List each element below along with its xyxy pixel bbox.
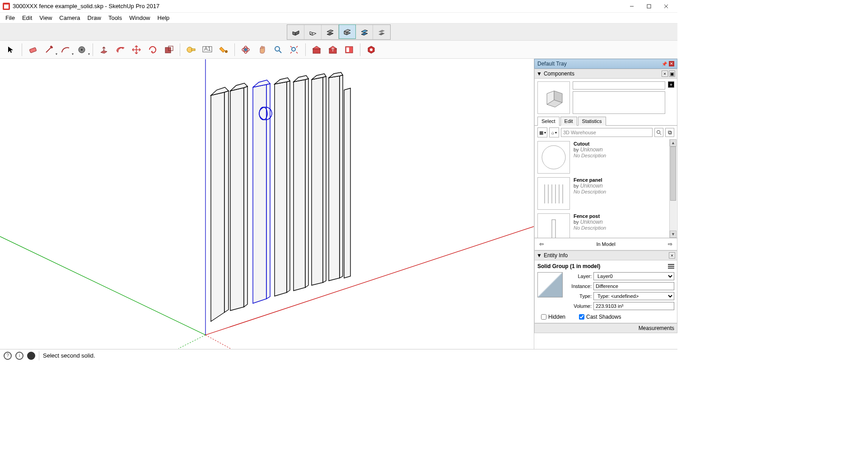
list-item[interactable]: Fence panel by Unknown No Description [535,175,677,212]
style-xray-button[interactable] [373,25,390,39]
warehouse-share-button[interactable] [326,42,340,57]
info-icon[interactable]: i [15,352,23,360]
svg-rect-43 [346,47,349,52]
panel-undock-button[interactable]: ▣ [669,71,675,77]
arc-tool-button[interactable] [58,42,73,57]
offset-tool-button[interactable] [113,42,127,57]
search-input[interactable] [561,128,653,137]
entity-info-header[interactable]: ▼ Entity Info × [534,250,677,260]
item-desc: No Description [574,153,674,158]
instance-input[interactable] [593,282,674,290]
separator [180,43,180,56]
menu-view[interactable]: View [36,14,56,22]
tab-statistics[interactable]: Statistics [578,117,606,126]
pin-icon[interactable]: 📌 [662,61,667,66]
svg-point-22 [81,49,83,51]
rotate-tool-button[interactable] [145,42,160,57]
close-button[interactable] [658,0,675,13]
separator [39,351,39,360]
scroll-up-icon[interactable]: ▲ [670,139,677,146]
hidden-checkbox[interactable]: Hidden [541,314,565,320]
pushpull-tool-button[interactable] [97,42,111,57]
maximize-button[interactable] [640,0,658,13]
move-tool-button[interactable] [129,42,144,57]
separator [93,43,93,56]
entity-title: Solid Group (1 in model) [537,263,668,269]
panel-close-button[interactable]: × [662,71,668,77]
item-desc: No Description [574,189,674,194]
item-title: Fence post [574,213,674,219]
nav-home-button[interactable]: ⌂ [549,127,559,137]
svg-marker-51 [211,92,224,321]
status-bar: ? i Select second solid. [0,349,677,362]
layer-select[interactable]: Layer0 [593,272,674,280]
style-shaded-button[interactable] [322,25,339,39]
style-monochrome-button[interactable] [356,25,373,39]
layer-label: Layer: [566,273,592,279]
eraser-tool-button[interactable] [26,42,40,57]
nav-next-button[interactable]: ⇨ [666,240,674,248]
menu-tools[interactable]: Tools [105,14,126,22]
view-mode-button[interactable]: ▦ [537,127,547,137]
component-desc-input[interactable] [573,91,665,114]
svg-marker-13 [344,31,347,35]
menu-help[interactable]: Help [154,14,173,22]
scroll-down-icon[interactable]: ▼ [670,231,677,238]
entity-menu-button[interactable] [668,263,674,269]
scene-canvas[interactable] [0,59,534,349]
add-component-button[interactable]: + [668,81,674,88]
tray-header[interactable]: Default Tray 📌 ✕ [534,59,677,69]
help-icon[interactable]: ? [4,352,12,360]
measurements-header[interactable]: Measurements [534,323,677,333]
type-select[interactable]: Type: <undefined> [593,292,674,300]
minimize-button[interactable] [623,0,640,13]
list-scrollbar[interactable]: ▲ ▼ [669,139,677,238]
tape-measure-button[interactable] [184,42,198,57]
person-icon[interactable] [27,352,35,360]
svg-marker-72 [340,75,343,278]
pan-tool-button[interactable] [255,42,269,57]
text-tool-button[interactable]: A1 [200,42,215,57]
list-item[interactable]: Cutout by Unknown No Description [535,139,677,175]
menu-camera[interactable]: Camera [56,14,84,22]
nav-prev-button[interactable]: ⇦ [537,240,546,248]
components-tabs: Select Edit Statistics [534,116,677,126]
svg-marker-62 [275,82,287,296]
tab-select[interactable]: Select [537,117,560,126]
components-panel-header[interactable]: ▼ Components × ▣ [534,69,677,79]
style-shaded-textures-button[interactable] [339,24,356,39]
expand-button[interactable]: ⧉ [665,128,674,137]
scale-tool-button[interactable] [162,42,176,57]
svg-marker-69 [323,76,326,283]
cast-shadows-checkbox[interactable]: Cast Shadows [579,314,621,320]
close-icon[interactable]: ✕ [669,61,674,66]
paint-bucket-button[interactable] [216,42,231,57]
tab-edit[interactable]: Edit [560,117,577,126]
viewport[interactable] [0,59,534,349]
menu-window[interactable]: Window [126,14,154,22]
zoom-tool-button[interactable] [271,42,285,57]
zoom-extents-button[interactable] [287,42,302,57]
menu-draw[interactable]: Draw [84,14,105,22]
line-tool-button[interactable] [42,42,56,57]
material-swatch[interactable] [537,272,563,297]
style-wireframe-button[interactable] [287,25,304,39]
select-tool-button[interactable] [4,42,18,57]
extension-button[interactable] [364,42,378,57]
layout-button[interactable] [342,42,356,57]
menu-edit[interactable]: Edit [19,14,36,22]
search-button[interactable] [654,128,663,137]
panel-close-button[interactable]: × [669,252,675,259]
warehouse-button[interactable] [309,42,324,57]
style-hidden-button[interactable] [304,25,322,39]
menu-bar: File Edit View Camera Draw Tools Window … [0,13,677,24]
orbit-tool-button[interactable] [238,42,253,57]
svg-point-35 [275,47,280,51]
shape-tool-button[interactable] [75,42,89,57]
svg-marker-15 [361,30,368,33]
list-item[interactable]: Fence post by Unknown No Description [535,212,677,238]
menu-file[interactable]: File [2,14,19,22]
scroll-thumb[interactable] [670,146,676,201]
svg-line-49 [178,335,205,349]
component-name-input[interactable] [573,81,665,90]
